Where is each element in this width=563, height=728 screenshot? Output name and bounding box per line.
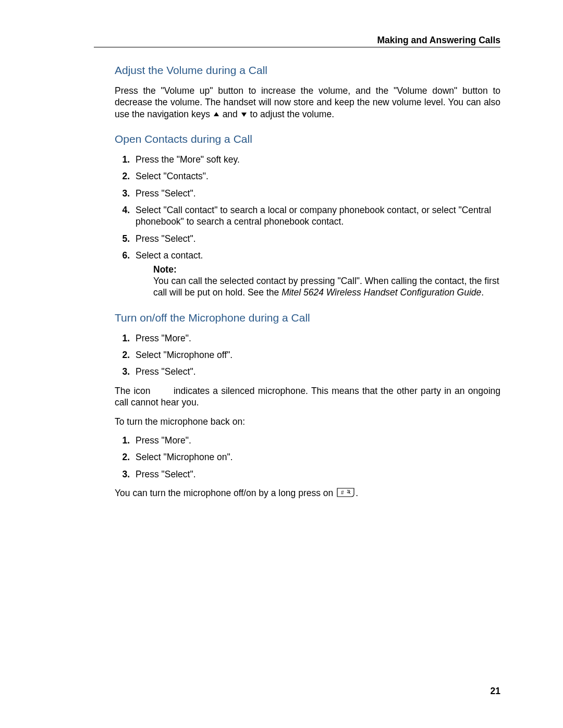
list-item: Press the "More" soft key. [132, 154, 500, 165]
mic-back-on-intro: To turn the microphone back on: [115, 416, 500, 427]
list-item: Select "Contacts". [132, 170, 500, 182]
list-item: Press "More". [132, 332, 500, 344]
page-number: 21 [491, 685, 500, 697]
list-item: Press "More". [132, 435, 500, 446]
list-item: Select "Microphone on". [132, 451, 500, 463]
svg-text:#: # [341, 489, 344, 495]
list-item: Press "Select". [132, 366, 500, 377]
page-content: Adjust the Volume during a Call Press th… [115, 64, 500, 500]
nav-down-icon [241, 113, 247, 117]
text-span: You can turn the microphone off/on by a … [115, 488, 336, 498]
list-item: Select "Call contact" to search a local … [132, 204, 500, 228]
mic-off-steps-list: Press "More". Select "Microphone off". P… [115, 332, 500, 378]
note-reference: Mitel 5624 Wireless Handset Configuratio… [282, 287, 481, 298]
hash-mute-key-icon: # [337, 488, 354, 500]
mic-longpress-paragraph: You can turn the microphone off/on by a … [115, 487, 500, 500]
text-span: Select a contact. [136, 250, 203, 261]
section-heading-contacts: Open Contacts during a Call [115, 132, 500, 146]
mic-on-steps-list: Press "More". Select "Microphone on". Pr… [115, 435, 500, 480]
running-head: Making and Answering Calls [377, 34, 500, 46]
volume-paragraph: Press the "Volume up" button to increase… [115, 85, 500, 120]
section-heading-volume: Adjust the Volume during a Call [115, 64, 500, 78]
list-item: Press "Select". [132, 188, 500, 199]
list-item: Select a contact. Note: You can call the… [132, 250, 500, 299]
text-span: to adjust the volume. [248, 109, 334, 119]
mic-icon-paragraph: The icon indicates a silenced microphone… [115, 385, 500, 409]
note-block: Note: You can call the selected contact … [153, 264, 500, 299]
list-item: Select "Microphone off". [132, 349, 500, 361]
text-span: . [481, 287, 484, 298]
text-span: indicates a silenced microphone. This me… [115, 386, 500, 408]
text-span: and [220, 109, 240, 119]
list-item: Press "Select". [132, 233, 500, 244]
nav-up-icon [214, 112, 219, 116]
document-page: Making and Answering Calls Adjust the Vo… [0, 0, 563, 728]
section-heading-microphone: Turn on/off the Microphone during a Call [115, 311, 500, 325]
text-span: . [356, 488, 358, 498]
note-label: Note: [153, 264, 177, 275]
contacts-steps-list: Press the "More" soft key. Select "Conta… [115, 154, 500, 299]
header-rule [94, 47, 500, 47]
text-span: The icon [115, 386, 154, 396]
list-item: Press "Select". [132, 468, 500, 480]
